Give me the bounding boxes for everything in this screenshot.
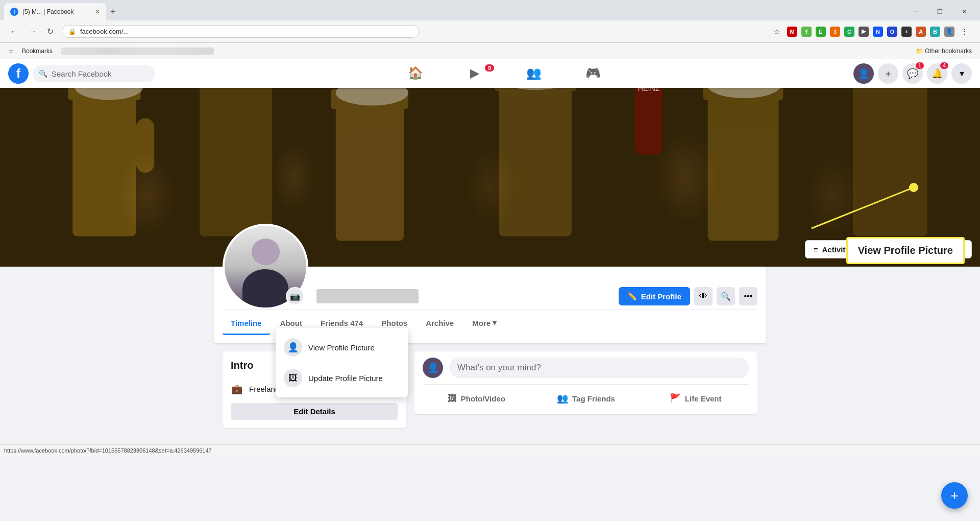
image-edit-icon: 🖼 <box>288 373 298 384</box>
new-tab-button[interactable]: + <box>106 7 120 17</box>
messenger-icon: 💬 <box>907 68 918 79</box>
toolbar-icons: ☆ M Y E 3 C ▶ N O + A B 👤 ⋮ <box>770 25 972 39</box>
tag-friends-button[interactable]: 👥 Tag Friends <box>532 389 640 408</box>
profile-avatar-header[interactable]: 👤 <box>853 63 874 84</box>
maximize-button[interactable]: ❐ <box>928 3 951 20</box>
post-input-area: 👤 What's on your mind? <box>423 358 749 378</box>
photo-video-button[interactable]: 🖼 Photo/Video <box>423 389 530 408</box>
edit-details-button[interactable]: Edit Details <box>231 403 398 420</box>
more-options-button[interactable]: ••• <box>739 287 757 305</box>
tab-archive[interactable]: Archive <box>418 313 462 335</box>
profile-actions: ✏️ Edit Profile 👁 🔍 ••• <box>619 287 757 310</box>
search-icon-profile: 🔍 <box>721 292 731 301</box>
ext-icon-1[interactable]: M <box>787 27 797 37</box>
ext-icon-4[interactable]: 3 <box>830 27 840 37</box>
ext-icon-8[interactable]: O <box>887 27 897 37</box>
flag-icon: 🚩 <box>670 393 681 404</box>
ext-icon-3[interactable]: E <box>816 27 826 37</box>
cover-actions: ≡ Activity Log 📷 Edit Cover Photo <box>805 240 972 258</box>
post-placeholder: What's on your mind? <box>457 363 541 372</box>
user-icon-post: 👤 <box>427 362 438 373</box>
back-button[interactable]: ← <box>8 25 20 38</box>
notifications-button[interactable]: 🔔 4 <box>927 63 947 84</box>
list-icon: ≡ <box>814 245 818 254</box>
minimize-button[interactable]: − <box>903 3 927 20</box>
video-icon: ▶ <box>470 66 479 80</box>
menu-icon[interactable]: ⋮ <box>958 25 972 39</box>
ext-icon-10[interactable]: A <box>916 27 926 37</box>
bell-icon: 🔔 <box>932 68 943 79</box>
groups-icon: 👥 <box>526 66 542 80</box>
search-profile-button[interactable]: 🔍 <box>717 287 735 305</box>
profile-avatar-area: 📷 <box>223 267 308 310</box>
edit-profile-button[interactable]: ✏️ Edit Profile <box>619 287 690 305</box>
right-column: 👤 What's on your mind? 🖼 Photo/Video 👥 <box>414 351 757 436</box>
search-icon: 🔍 <box>39 69 47 78</box>
eye-button[interactable]: 👁 <box>694 287 713 305</box>
chevron-down-icon: ▾ <box>960 68 964 79</box>
nav-gaming[interactable]: 🎮 <box>565 61 622 86</box>
edit-cover-label: Edit Cover Photo <box>901 245 963 254</box>
tab-timeline[interactable]: Timeline <box>223 313 270 335</box>
update-profile-picture-item[interactable]: 🖼 Update Profile Picture <box>276 363 408 393</box>
eye-icon: 👁 <box>699 292 707 301</box>
bookmarks-text[interactable]: Bookmarks <box>22 48 53 55</box>
status-url: https://www.facebook.com/photo/?fbid=101… <box>4 447 212 454</box>
browser-tab[interactable]: f (5) M... | Facebook ✕ <box>4 3 106 20</box>
edit-cover-photo-button[interactable]: 📷 Edit Cover Photo <box>878 240 972 258</box>
svg-rect-3 <box>136 118 155 173</box>
avatar-head <box>252 239 280 265</box>
change-profile-pic-button[interactable]: 📷 <box>286 287 304 305</box>
tab-favicon: f <box>10 8 18 16</box>
ext-icon-9[interactable]: + <box>901 27 912 37</box>
bookmarks-label: ☆ <box>8 48 14 55</box>
url-text: facebook.com/... <box>80 28 129 35</box>
camera-icon: 📷 <box>887 245 897 254</box>
messenger-button[interactable]: 💬 1 <box>902 63 923 84</box>
ext-icon-2[interactable]: Y <box>801 27 812 37</box>
post-actions: 🖼 Photo/Video 👥 Tag Friends 🚩 Life Event <box>423 384 749 408</box>
tab-title: (5) M... | Facebook <box>22 8 91 15</box>
reload-button[interactable]: ↻ <box>45 25 56 38</box>
fb-logo[interactable]: f <box>8 63 29 84</box>
pencil-icon: ✏️ <box>627 292 637 301</box>
post-box: 👤 What's on your mind? 🖼 Photo/Video 👥 <box>414 351 757 414</box>
activity-log-button[interactable]: ≡ Activity Log <box>805 240 875 258</box>
gaming-icon: 🎮 <box>585 66 601 80</box>
home-icon: 🏠 <box>408 66 423 80</box>
close-button[interactable]: ✕ <box>952 3 976 20</box>
other-bookmarks[interactable]: 📁 Other bookmarks <box>916 48 972 55</box>
ext-icon-6[interactable]: ▶ <box>859 27 869 37</box>
status-bar: https://www.facebook.com/photo/?fbid=101… <box>0 444 980 456</box>
post-input-field[interactable]: What's on your mind? <box>449 358 749 378</box>
notifications-badge: 4 <box>940 62 948 69</box>
view-profile-picture-item[interactable]: 👤 View Profile Picture <box>276 332 408 363</box>
life-event-button[interactable]: 🚩 Life Event <box>642 389 749 408</box>
svg-text:HEINZ: HEINZ <box>638 88 660 92</box>
lock-icon: 🔒 <box>68 28 76 35</box>
profile-name <box>316 289 419 303</box>
forward-button[interactable]: → <box>27 25 39 38</box>
messenger-badge: 1 <box>916 62 924 69</box>
ext-icon-7[interactable]: N <box>873 27 883 37</box>
nav-groups[interactable]: 👥 <box>505 61 562 86</box>
plus-icon: ＋ <box>884 67 893 80</box>
tab-close-button[interactable]: ✕ <box>95 8 100 15</box>
nav-watch[interactable]: ▶ 9 <box>446 61 503 86</box>
person-frame-icon: 👤 <box>287 342 299 353</box>
photo-icon: 🖼 <box>448 393 457 404</box>
address-bar[interactable]: 🔒 facebook.com/... <box>62 25 419 38</box>
user-avatar-icon: 👤 <box>858 68 869 79</box>
ext-icon-12[interactable]: 👤 <box>944 27 954 37</box>
fb-logo-letter: f <box>16 66 20 81</box>
star-icon[interactable]: ☆ <box>770 25 784 39</box>
account-menu-button[interactable]: ▾ <box>951 63 972 84</box>
tab-more[interactable]: More ▾ <box>464 312 505 335</box>
nav-home[interactable]: 🏠 <box>387 61 444 86</box>
ext-icon-5[interactable]: C <box>844 27 854 37</box>
avatar-body <box>242 269 288 307</box>
create-button[interactable]: ＋ <box>878 63 898 84</box>
tag-label: Tag Friends <box>572 394 615 403</box>
ext-icon-11[interactable]: B <box>930 27 940 37</box>
search-bar[interactable]: 🔍 Search Facebook <box>33 65 155 82</box>
